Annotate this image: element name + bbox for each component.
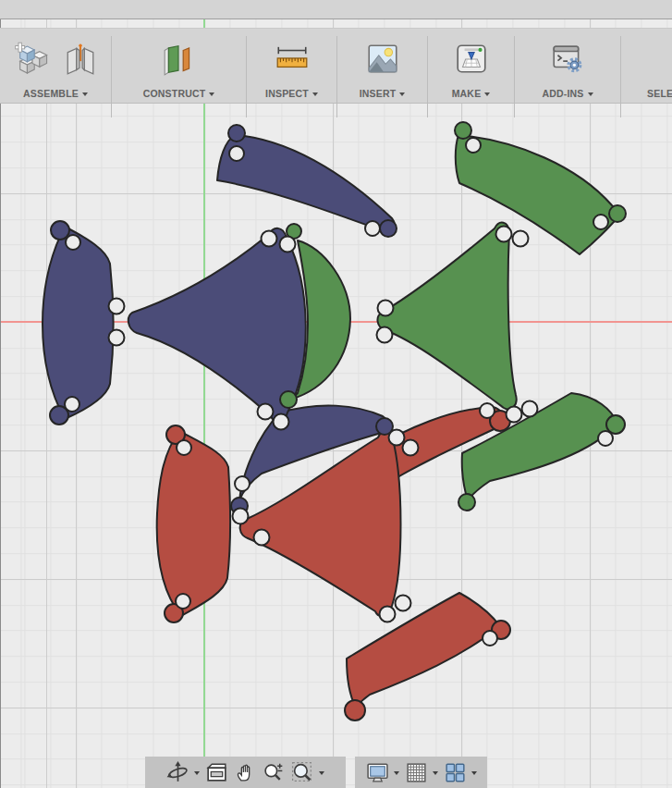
toolbar-group-label: INSPECT — [265, 88, 309, 99]
chevron-down-icon — [82, 92, 88, 99]
main-toolbar: ASSEMBLE CONSTRUCT — [0, 28, 672, 104]
chevron-down-icon — [484, 92, 490, 99]
insert-image-icon[interactable] — [365, 42, 400, 80]
toolbar-group-addins[interactable]: ADD-INS — [515, 29, 620, 103]
toolbar-group-label: ADD-INS — [542, 88, 583, 99]
chevron-down-icon — [399, 92, 405, 99]
toolbar-group-inspect[interactable]: INSPECT — [247, 29, 336, 103]
toolbar-group-construct[interactable]: CONSTRUCT — [112, 29, 246, 103]
chevron-down-icon — [209, 92, 214, 99]
window-left-edge — [0, 18, 1, 788]
orbit-icon[interactable] — [165, 760, 190, 785]
tessellation-sketch — [0, 18, 672, 788]
window-zoom-icon[interactable] — [290, 760, 315, 785]
look-at-icon[interactable] — [204, 760, 229, 785]
grid-and-snaps-icon[interactable] — [404, 760, 429, 785]
toolbar-group-label: SELECT — [647, 88, 672, 99]
display-settings-icon[interactable] — [365, 760, 390, 785]
tessellation-lens-red-west[interactable] — [157, 431, 230, 616]
scripts-addins-icon[interactable] — [550, 42, 585, 80]
toolbar-group-assemble[interactable]: ASSEMBLE — [0, 29, 111, 103]
viewports-icon[interactable] — [443, 760, 468, 785]
zoom-icon[interactable] — [262, 760, 287, 785]
tessellation-lens-navy-left[interactable] — [43, 227, 114, 419]
joint-icon[interactable] — [64, 41, 97, 81]
new-component-icon[interactable] — [14, 41, 51, 81]
chevron-down-icon[interactable] — [194, 771, 200, 778]
chevron-down-icon[interactable] — [471, 771, 477, 778]
toolbar-group-label: INSERT — [360, 88, 397, 99]
toolbar-group-label: CONSTRUCT — [143, 88, 206, 99]
tessellation-triangle-green[interactable] — [377, 223, 516, 410]
toolbar-group-insert[interactable]: INSERT — [337, 29, 427, 103]
navigation-bar-view-tools — [145, 757, 346, 788]
chevron-down-icon[interactable] — [433, 771, 438, 778]
toolbar-group-label: ASSEMBLE — [23, 88, 79, 99]
measure-icon[interactable] — [274, 41, 311, 81]
pan-icon[interactable] — [233, 760, 258, 785]
chevron-down-icon — [588, 92, 593, 99]
toolbar-group-select[interactable]: SELECT — [621, 29, 672, 103]
chevron-down-icon[interactable] — [319, 771, 324, 778]
title-bar — [0, 0, 672, 19]
toolbar-group-label: MAKE — [452, 88, 482, 99]
viewport-canvas[interactable] — [0, 18, 672, 788]
tessellation-band-green-northeast[interactable] — [456, 135, 617, 254]
construction-plane-icon[interactable] — [162, 41, 197, 81]
chevron-down-icon[interactable] — [394, 771, 399, 778]
tessellation-triangle-navy[interactable] — [128, 228, 306, 422]
tessellation-band-red-south[interactable] — [347, 593, 500, 708]
print-3d-icon[interactable] — [454, 42, 489, 80]
toolbar-group-make[interactable]: MAKE — [428, 29, 514, 103]
fusion-window: ASSEMBLE CONSTRUCT — [0, 0, 672, 788]
chevron-down-icon — [312, 92, 318, 99]
navigation-bar-display-tools — [355, 757, 487, 788]
